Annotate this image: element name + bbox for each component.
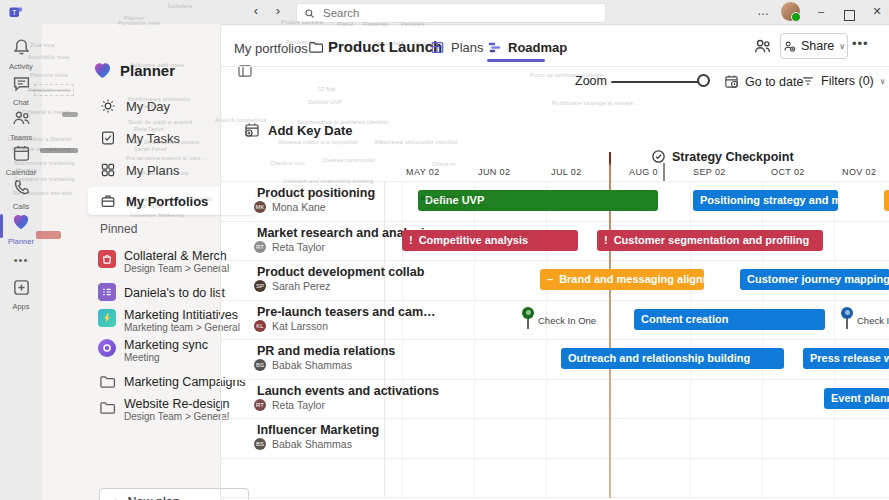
roadmap-bar[interactable]: Customer journey mapping — [740, 269, 889, 290]
calendar-add-icon — [244, 122, 260, 138]
titlebar-more-button[interactable]: … — [757, 4, 770, 18]
close-button[interactable]: ✕ — [866, 1, 888, 21]
roadmap-bar[interactable]: !Competitive analysis — [402, 230, 578, 251]
loop-purple-icon — [98, 339, 116, 357]
pin-label: Check In One — [538, 315, 596, 326]
roadmap-bar[interactable] — [884, 190, 889, 211]
zoom-slider-track[interactable] — [611, 81, 708, 83]
sidebar-item-my-day[interactable]: My Day — [88, 92, 254, 120]
tab-plans[interactable]: Plans — [430, 40, 484, 55]
active-rail-indicator — [0, 214, 3, 238]
task-title[interactable]: PR and media relations — [257, 344, 395, 358]
ghost-text: Check-in unu — [270, 160, 305, 166]
assignee-avatar: SP — [254, 280, 266, 292]
task-title[interactable]: Product positioning — [257, 186, 375, 200]
pinned-item[interactable]: Marketing IntitiativesMarketing team > G… — [88, 308, 256, 338]
assignee-avatar: KL — [254, 320, 266, 332]
roadmap-bar[interactable]: !Customer segmentation and profiling — [597, 230, 823, 251]
rail-item-chat[interactable]: Chat — [0, 74, 42, 107]
tasks-icon — [100, 130, 116, 146]
sidebar-item-my-portfolios[interactable]: My Portfolios — [88, 187, 254, 215]
task-title[interactable]: Launch events and activations — [257, 384, 439, 398]
pinned-item-title: Marketing sync — [124, 338, 208, 352]
rail-item-more[interactable]: ••• — [0, 250, 42, 268]
roadmap-bar[interactable]: Press release writing — [803, 348, 889, 369]
pinned-section-header: Pinned — [100, 222, 137, 236]
row-separator — [220, 221, 889, 222]
pinned-item-subtitle: Marketing team > General — [124, 322, 240, 333]
key-date-label: Strategy Checkpoint — [672, 150, 794, 164]
task-title[interactable]: Influencer Marketing — [257, 423, 379, 437]
new-plan-button[interactable]: + New plan ∨ — [99, 488, 249, 500]
roadmap-icon — [487, 40, 502, 55]
ghost-text: 02 Mai — [318, 86, 336, 92]
rail-item-apps[interactable]: Apps — [0, 278, 42, 311]
rail-item-label: Teams — [0, 133, 42, 142]
pinned-item[interactable]: Collateral & MerchDesign Team > General — [88, 249, 256, 279]
roadmap-bar[interactable]: –Brand and messaging alignment — [540, 269, 704, 290]
tab-label: Plans — [451, 40, 484, 55]
add-key-date-label: Add Key Date — [268, 123, 353, 138]
pinned-item-title: Marketing Campaigns — [124, 375, 246, 389]
nav-back-button[interactable]: ‹ — [248, 3, 264, 18]
nav-forward-button[interactable]: › — [270, 3, 286, 18]
share-person-icon — [783, 40, 796, 53]
tab-roadmap[interactable]: Roadmap — [487, 40, 567, 55]
breadcrumb[interactable]: My portfolios — [234, 41, 308, 56]
row-separator — [220, 418, 889, 419]
pinned-item[interactable]: Website Re-designDesign Team > General — [88, 397, 256, 427]
assignee-name: Babak Shammas — [272, 359, 352, 371]
task-title[interactable]: Product development collab — [257, 265, 424, 279]
members-icon[interactable] — [753, 37, 772, 56]
calendar-icon — [12, 144, 31, 163]
rail-item-activity[interactable]: Activity — [0, 38, 42, 71]
ghost-text: Definire UVP — [308, 99, 342, 105]
assignee-avatar: BS — [254, 359, 266, 371]
assignee-name: Reta Taylor — [272, 241, 325, 253]
roadmap-bar[interactable]: Positioning strategy and mess… — [693, 190, 838, 211]
assignee-name: Kat Larsson — [272, 320, 328, 332]
month-label: SEP 02 — [693, 167, 726, 177]
minimize-button[interactable]: – — [810, 1, 832, 21]
sidebar-item-my-tasks[interactable]: My Tasks — [88, 124, 254, 152]
planner-sidebar: Planner My DayMy TasksMy PlansMy Portfol… — [42, 24, 221, 500]
zoom-slider-handle[interactable] — [697, 74, 710, 87]
rail-item-teams[interactable]: Teams — [0, 109, 42, 142]
rail-item-planner[interactable]: Planner — [0, 212, 42, 246]
rail-item-label: Chat — [0, 98, 42, 107]
planner-logo-icon — [92, 60, 113, 81]
roadmap-bar[interactable]: Outreach and relationship building — [561, 348, 784, 369]
add-key-date-button[interactable]: Add Key Date — [244, 122, 353, 138]
sidebar-item-my-plans[interactable]: My Plans — [88, 156, 254, 184]
rail-item-calendar[interactable]: Calendar — [0, 144, 42, 177]
bar-label: Competitive analysis — [419, 234, 528, 246]
search-input[interactable] — [321, 6, 598, 20]
dots-icon: ••• — [14, 254, 29, 266]
rail-item-calls[interactable]: Calls — [0, 178, 42, 211]
bar-label: Press release writing — [810, 352, 889, 364]
task-title[interactable]: Pre-launch teasers and cam… — [257, 305, 436, 319]
sidebar-item-label: My Portfolios — [126, 194, 208, 209]
row-separator — [220, 458, 889, 459]
roadmap-bar[interactable]: Content creation — [634, 309, 825, 330]
chevron-right-icon: › — [298, 41, 302, 53]
roadmap-bar[interactable]: Define UVP — [418, 190, 658, 211]
pinned-item[interactable]: Marketing syncMeeting — [88, 338, 256, 368]
maximize-button[interactable] — [838, 7, 860, 27]
header-more-button[interactable]: ••• — [852, 36, 869, 51]
filters-button[interactable]: Filters (0) ∨ — [801, 74, 886, 88]
chevron-down-icon: ∨ — [839, 42, 845, 51]
key-date-marker[interactable]: Strategy Checkpoint — [651, 149, 794, 164]
go-to-date-button[interactable]: Go to date — [724, 74, 803, 89]
pin-label: Check In — [857, 315, 889, 326]
assignee-name: Babak Shammas — [272, 438, 352, 450]
teams-title-bar: T ‹ › … – ✕ — [0, 0, 889, 25]
grid-icon — [100, 162, 116, 178]
roadmap-bar[interactable]: Event planning — [824, 388, 889, 409]
ghost-text: Măsurarea obiceiurilor clienților — [375, 139, 458, 145]
filter-icon — [801, 74, 815, 88]
chat-icon — [12, 74, 31, 93]
share-button[interactable]: Share ∨ — [780, 33, 848, 59]
search-box[interactable] — [296, 3, 606, 23]
avatar[interactable] — [781, 2, 800, 21]
